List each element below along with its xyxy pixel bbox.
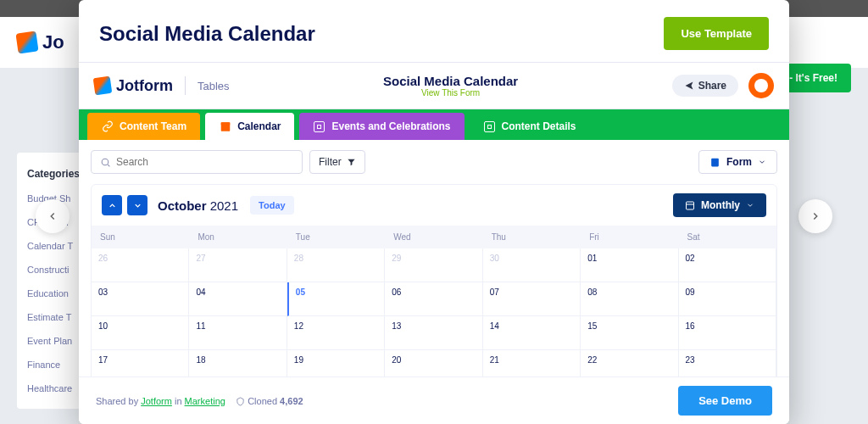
svg-point-2 — [102, 159, 108, 165]
calendar-cell[interactable]: 23 — [679, 350, 776, 377]
calendar-cell[interactable]: 10 — [92, 316, 189, 350]
chevron-down-icon — [133, 201, 142, 210]
calendar-cell[interactable]: 28 — [287, 248, 385, 282]
dow-cell: Wed — [385, 226, 482, 248]
chevron-down-icon — [758, 158, 766, 166]
close-icon: × — [839, 13, 855, 33]
calendar-cell[interactable]: 08 — [581, 282, 678, 316]
see-demo-button[interactable]: See Demo — [678, 386, 772, 416]
footer-meta: Shared by Jotform in Marketing Cloned 4,… — [96, 396, 303, 406]
search-icon — [100, 157, 111, 168]
today-button[interactable]: Today — [250, 196, 294, 215]
chevron-up-icon — [108, 201, 117, 210]
view-mode-button[interactable]: Monthly — [673, 193, 766, 217]
tables-label[interactable]: Tables — [198, 80, 230, 92]
form-title: Social Media Calendar — [383, 74, 518, 88]
dow-cell: Sun — [92, 226, 189, 248]
calendar-cell[interactable]: 20 — [385, 350, 482, 377]
form-icon — [709, 157, 721, 168]
svg-rect-4 — [711, 158, 719, 166]
filter-button[interactable]: Filter — [309, 150, 365, 174]
grid-icon — [313, 120, 326, 133]
author-link[interactable]: Jotform — [141, 396, 172, 406]
calendar-cell[interactable]: 29 — [385, 248, 482, 282]
chevron-right-icon — [810, 210, 821, 222]
calendar-cell[interactable]: 18 — [189, 350, 287, 377]
close-modal-button[interactable]: × ESC — [839, 13, 855, 42]
calendar-cell[interactable]: 17 — [92, 350, 189, 377]
calendar-cell[interactable]: 09 — [679, 282, 776, 316]
form-view-button[interactable]: Form — [698, 150, 777, 174]
tab-content-team[interactable]: Content Team — [87, 113, 200, 140]
svg-line-3 — [108, 165, 109, 166]
background-logo: Jo — [17, 31, 64, 53]
calendar-cell[interactable]: 06 — [385, 282, 482, 316]
jotform-logo[interactable]: Jotform — [94, 77, 173, 95]
calendar-grid: 2627282930010203040506070809101112131415… — [92, 248, 776, 377]
link-icon — [101, 120, 114, 133]
use-template-button[interactable]: Use Template — [664, 17, 769, 50]
tab-calendar[interactable]: Calendar — [205, 113, 294, 140]
calendar-cell[interactable]: 27 — [189, 248, 287, 282]
search-field[interactable] — [91, 150, 303, 174]
prev-month-button[interactable] — [102, 195, 122, 215]
template-modal: Social Media Calendar Use Template Jotfo… — [79, 0, 789, 424]
svg-rect-5 — [687, 202, 694, 209]
tabs-bar: Content Team Calendar Events and Celebra… — [79, 109, 789, 140]
calendar-cell[interactable]: 07 — [483, 282, 581, 316]
calendar-container: October 2021 Today Monthly SunMonTueWedT… — [91, 184, 777, 377]
dow-cell: Thu — [483, 226, 581, 248]
calendar-cell[interactable]: 26 — [92, 248, 189, 282]
calendar-icon — [219, 120, 231, 133]
share-button[interactable]: Share — [672, 75, 738, 97]
view-form-link[interactable]: View This Form — [383, 88, 518, 98]
modal-title: Social Media Calendar — [99, 22, 315, 46]
calendar-cell[interactable]: 04 — [189, 282, 287, 316]
calendar-cell[interactable]: 05 — [287, 282, 385, 316]
clone-icon — [236, 397, 245, 406]
calendar-cell[interactable]: 01 — [581, 248, 678, 282]
calendar-cell[interactable]: 13 — [385, 316, 482, 350]
dow-cell: Fri — [581, 226, 678, 248]
grid-icon — [483, 120, 496, 133]
calendar-cell[interactable]: 12 — [287, 316, 385, 350]
share-icon — [684, 81, 694, 91]
jotform-logo-mark — [93, 76, 113, 96]
calendar-icon — [685, 200, 695, 210]
calendar-cell[interactable]: 19 — [287, 350, 385, 377]
dow-cell: Tue — [287, 226, 385, 248]
svg-rect-1 — [220, 122, 230, 125]
day-of-week-header: SunMonTueWedThuFriSat — [92, 226, 776, 248]
calendar-cell[interactable]: 02 — [679, 248, 776, 282]
search-input[interactable] — [116, 156, 293, 168]
calendar-cell[interactable]: 22 — [581, 350, 678, 377]
tab-events[interactable]: Events and Celebrations — [299, 113, 464, 140]
calendar-cell[interactable]: 14 — [483, 316, 581, 350]
category-link[interactable]: Marketing — [185, 396, 225, 406]
month-year-label: October 2021 — [158, 198, 238, 213]
chevron-left-icon — [47, 210, 58, 222]
tab-content-details[interactable]: Content Details — [470, 113, 590, 140]
calendar-cell[interactable]: 03 — [92, 282, 189, 316]
user-avatar[interactable] — [748, 73, 774, 98]
prev-template-button[interactable] — [36, 199, 70, 233]
chevron-down-icon — [746, 201, 754, 209]
calendar-cell[interactable]: 21 — [483, 350, 581, 377]
calendar-cell[interactable]: 30 — [483, 248, 581, 282]
dow-cell: Mon — [189, 226, 287, 248]
next-month-button[interactable] — [127, 195, 147, 215]
dow-cell: Sat — [679, 226, 776, 248]
next-template-button[interactable] — [798, 199, 832, 233]
calendar-cell[interactable]: 16 — [679, 316, 776, 350]
calendar-cell[interactable]: 15 — [581, 316, 678, 350]
filter-icon — [347, 158, 356, 167]
calendar-cell[interactable]: 11 — [189, 316, 287, 350]
